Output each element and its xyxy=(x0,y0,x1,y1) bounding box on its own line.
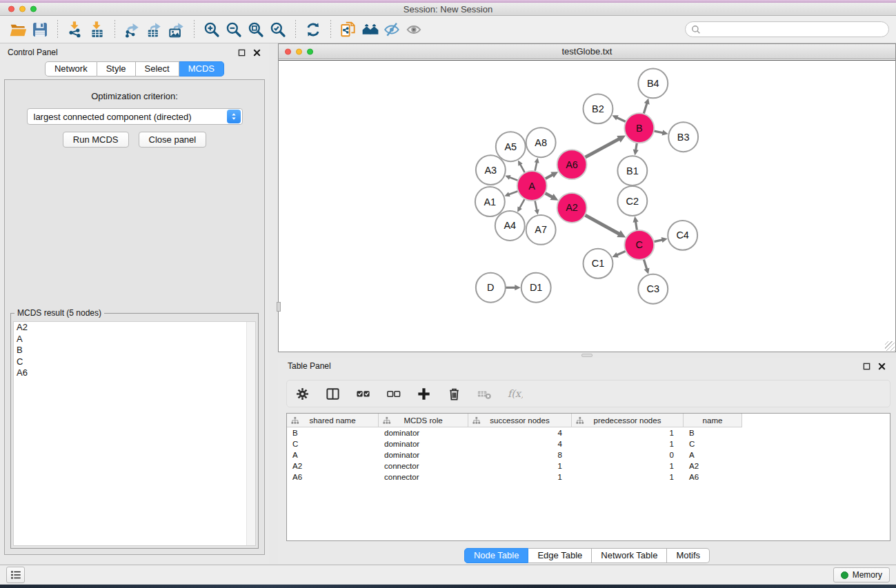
table-cell: connector xyxy=(379,473,468,481)
split-view-icon[interactable] xyxy=(323,384,342,403)
tab-style[interactable]: Style xyxy=(97,61,136,77)
export-image-icon[interactable] xyxy=(166,19,188,41)
table-row[interactable]: A6connector11A6 xyxy=(287,472,890,483)
tab-motifs[interactable]: Motifs xyxy=(667,548,710,563)
table-settings-icon[interactable] xyxy=(292,384,312,403)
control-panel-tabs: NetworkStyleSelectMCDS xyxy=(0,61,269,77)
graph-node-A5[interactable]: A5 xyxy=(496,132,526,161)
mcds-result-item[interactable]: C xyxy=(14,356,255,368)
table-cell: 4 xyxy=(468,429,572,437)
close-panel-button[interactable]: Close panel xyxy=(139,132,207,148)
zoom-window-button[interactable] xyxy=(30,6,37,12)
tab-network[interactable]: Network xyxy=(45,61,97,77)
column-header-MCDS-role[interactable]: MCDS role xyxy=(379,414,468,427)
close-panel-icon[interactable] xyxy=(252,48,261,57)
tab-select[interactable]: Select xyxy=(136,61,179,77)
mcds-result-item[interactable]: A6 xyxy=(14,367,255,379)
minimize-window-button[interactable] xyxy=(19,6,26,12)
network-window-titlebar: testGlobe.txt xyxy=(279,44,895,59)
mcds-result-item[interactable]: B xyxy=(14,345,255,356)
graph-node-B3[interactable]: B3 xyxy=(668,122,698,152)
export-table-icon[interactable] xyxy=(143,19,166,41)
zoom-in-icon[interactable] xyxy=(201,19,223,41)
zoom-selected-icon[interactable] xyxy=(267,19,289,41)
graph-node-A2[interactable]: A2 xyxy=(557,193,587,223)
network-close-button[interactable] xyxy=(285,48,291,54)
graph-node-D[interactable]: D xyxy=(476,273,506,303)
column-header-label: shared name xyxy=(309,416,355,425)
graph-node-B2[interactable]: B2 xyxy=(584,94,613,123)
splitter-grip[interactable] xyxy=(277,302,281,312)
status-bar: Memory xyxy=(0,565,896,585)
graph-node-A8[interactable]: A8 xyxy=(526,128,556,157)
search-input[interactable] xyxy=(704,25,883,34)
graph-node-C3[interactable]: C3 xyxy=(638,274,668,304)
open-file-icon[interactable] xyxy=(7,19,29,41)
refresh-network-icon[interactable] xyxy=(302,19,324,41)
criterion-dropdown[interactable]: largest connected component (directed) xyxy=(27,108,243,125)
graph-node-A6[interactable]: A6 xyxy=(557,150,587,179)
duplicate-network-icon[interactable] xyxy=(337,19,359,41)
tab-mcds[interactable]: MCDS xyxy=(179,61,224,77)
graph-node-A4[interactable]: A4 xyxy=(495,211,525,241)
add-column-icon[interactable] xyxy=(414,384,433,403)
houses-icon[interactable] xyxy=(359,19,381,41)
tab-edge-table[interactable]: Edge Table xyxy=(528,548,592,563)
graph-node-A3[interactable]: A3 xyxy=(476,155,506,185)
column-header-predecessor-nodes[interactable]: predecessor nodes xyxy=(572,414,684,427)
mcds-result-item[interactable]: A xyxy=(14,334,255,345)
column-header-successor-nodes[interactable]: successor nodes xyxy=(468,414,572,427)
graph-node-C2[interactable]: C2 xyxy=(617,186,647,216)
select-all-columns-icon[interactable] xyxy=(353,384,372,403)
graph-node-A7[interactable]: A7 xyxy=(526,215,556,245)
run-mcds-button[interactable]: Run MCDS xyxy=(63,132,129,148)
graph-node-C[interactable]: C xyxy=(624,230,654,260)
close-window-button[interactable] xyxy=(8,6,14,12)
zoom-out-icon[interactable] xyxy=(223,19,245,41)
graph-node-A1[interactable]: A1 xyxy=(475,187,505,216)
graph-node-D1[interactable]: D1 xyxy=(521,273,551,303)
graph-edge-arrow xyxy=(644,98,650,104)
graph-node-C1[interactable]: C1 xyxy=(584,249,613,278)
eye-slash-icon[interactable] xyxy=(381,19,404,41)
float-panel-icon[interactable] xyxy=(237,48,246,57)
graph-node-B1[interactable]: B1 xyxy=(617,156,647,185)
unselect-all-columns-icon[interactable] xyxy=(384,384,403,403)
tab-network-table[interactable]: Network Table xyxy=(592,548,667,563)
result-list-scrollbar[interactable] xyxy=(246,322,255,545)
network-minimize-button[interactable] xyxy=(296,48,302,54)
graph-node-A[interactable]: A xyxy=(517,171,547,201)
zoom-fit-icon[interactable] xyxy=(245,19,267,41)
table-float-panel-icon[interactable] xyxy=(862,362,871,371)
mcds-result-item[interactable]: A2 xyxy=(14,322,255,334)
table-row[interactable]: Bdominator41B xyxy=(287,427,890,438)
table-row[interactable]: Adominator80A xyxy=(287,449,890,460)
table-row[interactable]: Cdominator41C xyxy=(287,438,890,449)
task-history-button[interactable] xyxy=(6,567,25,583)
tab-node-table[interactable]: Node Table xyxy=(464,548,529,563)
graph-node-B[interactable]: B xyxy=(624,113,654,143)
resize-grip-icon[interactable] xyxy=(885,341,895,351)
graph-node-C4[interactable]: C4 xyxy=(668,221,697,250)
table-row[interactable]: A2connector11A2 xyxy=(287,460,890,472)
graph-node-B4[interactable]: B4 xyxy=(638,68,668,98)
column-header-shared-name[interactable]: shared name xyxy=(287,414,379,427)
svg-text:D1: D1 xyxy=(530,282,542,293)
network-zoom-button[interactable] xyxy=(307,48,313,54)
mcds-result-list: A2ABCA6 xyxy=(13,321,256,546)
table-tabs-segment: Node TableEdge TableNetwork TableMotifs xyxy=(464,548,710,563)
memory-button[interactable]: Memory xyxy=(833,567,890,582)
node-table: shared nameMCDS rolesuccessor nodesprede… xyxy=(286,413,890,541)
column-header-name[interactable]: name xyxy=(684,414,742,427)
table-close-panel-icon[interactable] xyxy=(877,362,886,371)
save-session-icon[interactable] xyxy=(29,19,51,41)
memory-label: Memory xyxy=(853,570,882,580)
delete-columns-icon[interactable] xyxy=(444,384,464,403)
network-canvas[interactable]: B4B2BB3A8A5A6A3B1AC2A1A2A4A7C4CC1C3DD1 xyxy=(279,60,895,352)
eye-icon[interactable] xyxy=(404,19,426,41)
table-cell: A6 xyxy=(287,473,379,481)
import-table-icon[interactable] xyxy=(86,19,108,41)
export-network-icon[interactable] xyxy=(121,19,143,41)
import-network-icon[interactable] xyxy=(64,19,86,41)
horizontal-divider[interactable] xyxy=(278,353,896,358)
